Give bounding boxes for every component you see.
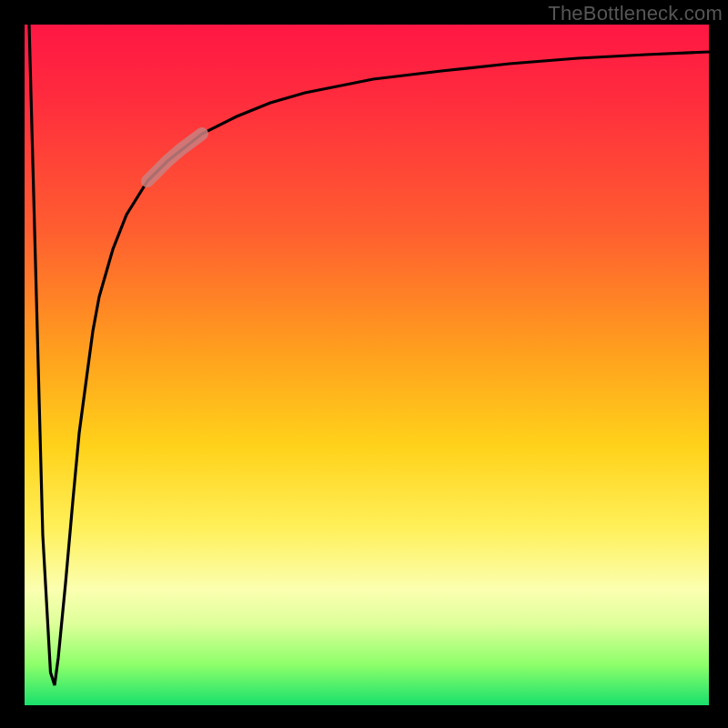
curve-layer [25, 25, 709, 705]
highlight-segment [147, 134, 202, 181]
bottleneck-curve [29, 25, 709, 685]
chart-frame: TheBottleneck.com [0, 0, 728, 728]
watermark-text: TheBottleneck.com [548, 2, 723, 25]
plot-area [25, 25, 709, 705]
